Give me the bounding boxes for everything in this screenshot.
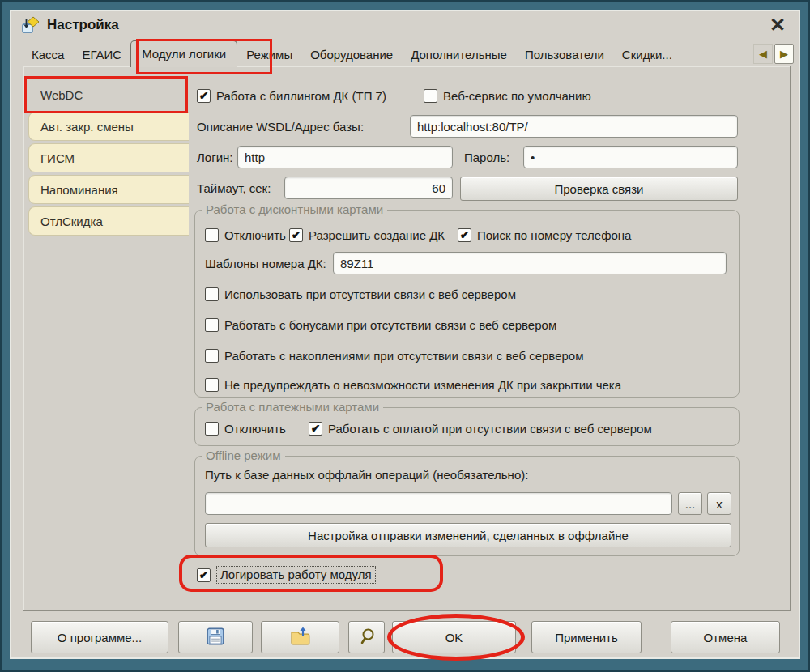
- check-connection-button[interactable]: Проверка связи: [460, 177, 738, 201]
- tab-scroll-buttons: ◀ ▶: [753, 44, 794, 66]
- checkbox-accum-offline[interactable]: Работать с накоплениями при отсутствии с…: [205, 347, 584, 364]
- checkbox-pay-offline[interactable]: ✔ Работать с оплатой при отсутствии связ…: [309, 420, 652, 436]
- settings-icon: [21, 15, 40, 35]
- checkbox-use-offline-label: Использовать при отсутствии связи с веб …: [224, 287, 516, 301]
- tab-scroll-right-icon[interactable]: ▶: [774, 44, 794, 64]
- checkbox-discount-disable-label: Отключить: [224, 228, 286, 242]
- folder-export-icon: [289, 626, 312, 649]
- title-bar: Настройка ✕: [10, 10, 800, 40]
- tab-moduli-logiki[interactable]: Модули логики: [130, 40, 237, 67]
- checkbox-payment-disable[interactable]: Отключить: [205, 420, 286, 436]
- checkbox-webservice-label: Веб-сервис по умолчанию: [443, 89, 591, 103]
- payment-cards-group: Работа с платежными картами Отключить ✔ …: [194, 407, 740, 446]
- sidebar-item-gism[interactable]: ГИСМ: [28, 143, 189, 172]
- checkbox-phone-search-label: Поиск по номеру телефона: [477, 228, 631, 242]
- save-button[interactable]: [178, 621, 253, 653]
- checkbox-accum-offline-label: Работать с накоплениями при отсутствии с…: [224, 349, 584, 363]
- export-button[interactable]: [261, 621, 339, 653]
- offline-db-path-label: Путь к базе данных оффлайн операций (нео…: [205, 468, 528, 482]
- checkbox-bonus-offline-box[interactable]: [205, 318, 219, 332]
- dk-templates-label: Шаблоны номера ДК:: [205, 257, 326, 270]
- checkbox-billing-label: Работа с биллингом ДК (ТП 7): [216, 89, 386, 103]
- floppy-save-icon: [205, 626, 226, 649]
- magnifier-icon: [357, 627, 377, 649]
- tab-egais[interactable]: ЕГАИС: [73, 45, 130, 66]
- checkbox-no-warn-dk-label: Не предупреждать о невозможности изменен…: [224, 378, 621, 392]
- checkbox-billing-box[interactable]: ✔: [197, 89, 211, 103]
- checkbox-discount-disable-box[interactable]: [205, 228, 219, 242]
- tab-dopolnitelnye[interactable]: Дополнительные: [402, 45, 516, 66]
- offline-mode-group: Offline режим Путь к базе данных оффлайн…: [194, 456, 740, 556]
- checkbox-use-offline[interactable]: Использовать при отсутствии связи с веб …: [205, 286, 516, 302]
- cancel-button[interactable]: Отмена: [671, 621, 780, 653]
- tab-skidki[interactable]: Скидки...: [613, 45, 681, 66]
- checkbox-discount-disable[interactable]: Отключить: [205, 227, 286, 243]
- login-input[interactable]: http: [237, 146, 453, 168]
- sidebar-item-otlskidka[interactable]: ОтлСкидка: [28, 206, 189, 236]
- tab-content-panel: WebDC Авт. закр. смены ГИСМ Напоминания …: [23, 66, 791, 611]
- wsdl-label: Описание WSDL/Адрес базы:: [197, 120, 364, 134]
- ok-button[interactable]: OK: [392, 621, 516, 653]
- checkbox-use-offline-box[interactable]: [205, 287, 219, 301]
- discount-cards-group-title: Работа с дисконтными картами: [202, 202, 387, 216]
- tab-polzovateli[interactable]: Пользователи: [516, 45, 613, 66]
- checkbox-logging-label: Логировать работу модуля: [216, 566, 376, 584]
- wsdl-input[interactable]: http:localhost:80/ТР/: [410, 115, 738, 138]
- checkbox-webservice[interactable]: Веб-сервис по умолчанию: [424, 87, 591, 104]
- tab-bar: Касса ЕГАИС Модули логики Режимы Оборудо…: [23, 40, 794, 66]
- login-label: Логин:: [197, 151, 233, 164]
- checkbox-bonus-offline-label: Работать с бонусами при отсутствии связи…: [224, 318, 556, 332]
- sidebar-item-avt-zakr-smeny[interactable]: Авт. закр. смены: [28, 112, 189, 141]
- window-frame: Настройка ✕ Касса ЕГАИС Модули логики Ре…: [0, 0, 810, 672]
- browse-path-button[interactable]: ...: [678, 492, 702, 515]
- checkbox-no-warn-dk[interactable]: Не предупреждать о невозможности изменен…: [205, 376, 621, 393]
- password-label: Пароль:: [464, 151, 509, 164]
- checkbox-logging[interactable]: ✔ Логировать работу модуля: [197, 567, 376, 583]
- checkbox-payment-disable-box[interactable]: [205, 422, 219, 436]
- checkbox-bonus-offline[interactable]: Работать с бонусами при отсутствии связи…: [205, 317, 556, 333]
- checkbox-pay-offline-box[interactable]: ✔: [309, 422, 322, 436]
- checkbox-webservice-box[interactable]: [424, 89, 437, 103]
- timeout-label: Таймаут, сек:: [197, 181, 271, 195]
- checkbox-pay-offline-label: Работать с оплатой при отсутствии связи …: [328, 422, 652, 436]
- offline-db-path-input[interactable]: [205, 492, 672, 515]
- settings-dialog: Настройка ✕ Касса ЕГАИС Модули логики Ре…: [10, 10, 800, 659]
- checkbox-accum-offline-box[interactable]: [205, 349, 219, 363]
- tab-kassa[interactable]: Касса: [23, 45, 73, 66]
- window-title: Настройка: [47, 17, 119, 33]
- checkbox-allow-create-dk-label: Разрешить создание ДК: [309, 228, 445, 242]
- clear-path-button[interactable]: x: [707, 492, 731, 515]
- about-button[interactable]: О программе...: [31, 621, 168, 653]
- checkbox-no-warn-dk-box[interactable]: [205, 378, 219, 392]
- search-button[interactable]: [348, 621, 385, 653]
- sidebar-item-napominaniya[interactable]: Напоминания: [28, 175, 189, 204]
- tab-rezhimy[interactable]: Режимы: [237, 45, 301, 66]
- discount-cards-group: Работа с дисконтными картами Отключить ✔…: [194, 210, 740, 398]
- checkbox-logging-box[interactable]: ✔: [197, 568, 211, 582]
- password-input[interactable]: •: [523, 146, 738, 168]
- checkbox-phone-search[interactable]: ✔ Поиск по номеру телефона: [458, 227, 631, 243]
- timeout-input[interactable]: 60: [284, 177, 453, 199]
- dk-templates-input[interactable]: 89Z11: [333, 252, 727, 274]
- offline-mode-group-title: Offline режим: [202, 449, 285, 462]
- checkbox-billing[interactable]: ✔ Работа с биллингом ДК (ТП 7): [197, 87, 386, 104]
- sidebar-item-webdc[interactable]: WebDC: [28, 80, 189, 109]
- tab-oborudovanie[interactable]: Оборудование: [301, 45, 402, 66]
- close-icon[interactable]: ✕: [770, 15, 786, 36]
- offline-send-settings-button[interactable]: Настройка отправки изменений, сделанных …: [205, 523, 731, 547]
- tab-scroll-left-icon[interactable]: ◀: [753, 44, 773, 64]
- checkbox-phone-search-box[interactable]: ✔: [458, 228, 471, 242]
- checkbox-allow-create-dk-box[interactable]: ✔: [289, 228, 303, 242]
- payment-cards-group-title: Работа с платежными картами: [202, 400, 383, 414]
- checkbox-payment-disable-label: Отключить: [224, 422, 286, 436]
- checkbox-allow-create-dk[interactable]: ✔ Разрешить создание ДК: [289, 227, 445, 243]
- apply-button[interactable]: Применить: [531, 621, 642, 653]
